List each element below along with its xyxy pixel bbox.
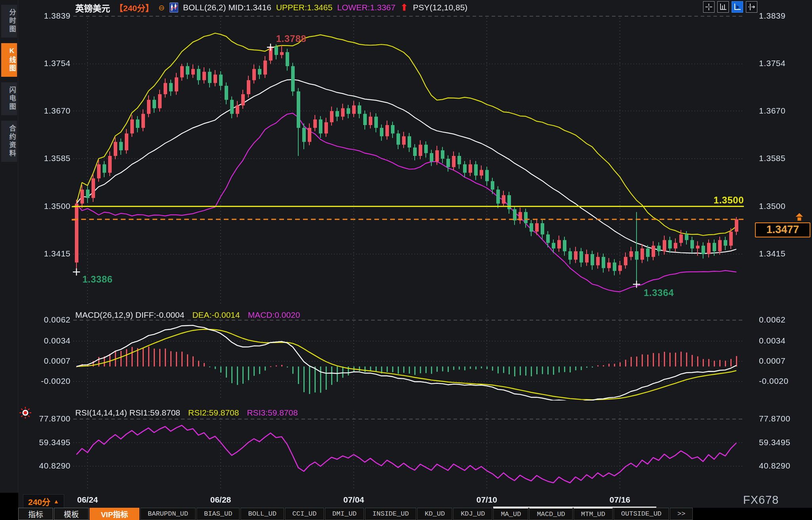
axis-shift-icon[interactable] — [746, 1, 757, 13]
sidebar-item-3[interactable]: 闪电图 — [1, 82, 17, 115]
symbol-name: 英镑美元 — [75, 1, 110, 14]
boll-mid-readout: BOLL(26,2) MID:1.3416 — [183, 3, 271, 12]
price-axis-label-right: 1.3585 — [759, 154, 785, 163]
sidebar-item-4[interactable]: 合约资料 — [1, 121, 17, 162]
candle-chart-icon[interactable] — [170, 2, 178, 13]
macd-diff-readout: MACD(26,12,9) DIFF:-0.0004 — [75, 310, 184, 320]
bottom-tab-bar: 指标模板VIP指标BARUPDN_UDBIAS_UDBOLL_UDCCI_UDD… — [18, 508, 812, 520]
macd-axis-label-right: 0.0034 — [759, 336, 785, 345]
tab-dmi_ud[interactable]: DMI_UD — [325, 508, 364, 520]
tab-boll_ud[interactable]: BOLL_UD — [240, 508, 284, 520]
price-axis-label-left: 1.3670 — [23, 106, 71, 116]
period-label[interactable]: 【240分】 — [115, 2, 154, 13]
price-axis-label-right: 1.3415 — [759, 249, 785, 258]
macd-axis-label-right: -0.0020 — [759, 376, 789, 386]
tab-inside_ud[interactable]: INSIDE_UD — [365, 508, 416, 520]
macd-bar-readout: MACD:0.0020 — [248, 310, 300, 320]
macd-axis-label-right: 0.0062 — [759, 315, 785, 325]
tab-ma_ud[interactable]: MA_UD — [493, 508, 528, 520]
price-axis-label-right: 1.3670 — [759, 106, 785, 116]
price-axis-label-left: 1.3839 — [23, 11, 71, 21]
rsi-axis-label-right: 59.3495 — [759, 438, 790, 447]
chart-toolbar — [703, 1, 757, 13]
tab-outside_ud[interactable]: OUTSIDE_UD — [614, 508, 669, 520]
price-axis-label-left: 1.3585 — [23, 154, 71, 163]
circle-minus-icon[interactable]: ⊖ — [158, 3, 165, 12]
tab-kd_ud[interactable]: KD_UD — [417, 508, 452, 520]
macd-axis-label-left: 0.0062 — [23, 315, 71, 325]
axes-play-icon[interactable] — [732, 1, 743, 13]
tab-mtm_ud[interactable]: MTM_UD — [574, 508, 613, 520]
macd-axis-label-left: 0.0034 — [23, 336, 71, 345]
sidebar: 分时图K线图闪电图合约资料 — [0, 0, 18, 493]
crosshair-move-icon[interactable] — [703, 1, 715, 13]
rsi-axis-label-left: 59.3495 — [23, 438, 71, 447]
tab-cci_ud[interactable]: CCI_UD — [285, 508, 324, 520]
low-price-annotation-right: 1.3364 — [644, 287, 674, 298]
up-arrow-icon: ⬆ — [400, 4, 408, 11]
fx678-chart-app: { "app": { "watermark": "FX678" }, "side… — [0, 0, 812, 520]
rsi-axis-label-right: 40.8290 — [759, 461, 790, 471]
macd-dea-readout: DEA:-0.0014 — [192, 310, 240, 320]
date-label: 06/28 — [210, 495, 231, 505]
sidebar-item-1[interactable]: 分时图 — [1, 5, 17, 38]
chart-canvas[interactable] — [0, 0, 812, 520]
tab-kdj_ud[interactable]: KDJ_UD — [453, 508, 492, 520]
tab-模板[interactable]: 模板 — [54, 508, 89, 520]
date-label: 07/10 — [477, 495, 497, 505]
tab-bias_ud[interactable]: BIAS_UD — [196, 508, 240, 520]
tab-more[interactable]: >> — [670, 508, 693, 520]
price-axis-label-left: 1.3754 — [23, 59, 71, 68]
boll-upper-readout: UPPER:1.3465 — [276, 3, 332, 12]
sidebar-corner — [0, 493, 18, 520]
price-axis-label-right: 1.3500 — [759, 201, 785, 211]
macd-title-row: MACD(26,12,9) DIFF:-0.0004 DEA:-0.0014 M… — [75, 310, 300, 320]
date-label: 06/24 — [77, 495, 98, 505]
period-selector-button[interactable]: 240分 ▲ — [23, 494, 64, 509]
current-price-arrow-icon — [794, 212, 805, 223]
alarm-blink-icon[interactable] — [19, 406, 32, 419]
sidebar-item-2[interactable]: K线图 — [1, 43, 17, 77]
tab-VIP指标[interactable]: VIP指标 — [90, 508, 139, 520]
price-axis-label-right: 1.3839 — [759, 11, 785, 21]
rsi-title-row: RSI(14,14,14) RSI1:59.8708 RSI2:59.8708 … — [75, 408, 298, 418]
rsi-axis-label-left: 40.8290 — [23, 461, 71, 471]
boll-lower-readout: LOWER:1.3367 — [337, 3, 395, 12]
chart-header: 英镑美元 【240分】 ⊖ BOLL(26,2) MID:1.3416 UPPE… — [75, 2, 467, 13]
macd-axis-label-right: 0.0007 — [759, 356, 785, 366]
macd-axis-label-left: -0.0020 — [23, 376, 71, 386]
price-axis-label-left: 1.3500 — [23, 201, 71, 211]
rsi-axis-label-right: 77.8700 — [759, 414, 790, 423]
psy-readout: PSY(12,10,85) — [413, 3, 468, 12]
price-axis-label-right: 1.3754 — [759, 59, 785, 68]
tab-barupdn_ud[interactable]: BARUPDN_UD — [140, 508, 196, 520]
period-selector-label: 240分 — [28, 495, 50, 507]
high-price-annotation: 1.3788 — [276, 33, 306, 44]
tab-指标[interactable]: 指标 — [18, 508, 53, 520]
date-label: 07/04 — [343, 495, 364, 505]
rsi1-readout: RSI(14,14,14) RSI1:59.8708 — [75, 408, 180, 418]
date-label: 07/16 — [610, 495, 631, 505]
tab-macd_ud[interactable]: MACD_UD — [529, 508, 572, 520]
hline-price-label: 1.3500 — [692, 195, 744, 206]
triangle-up-icon: ▲ — [53, 498, 59, 505]
price-axis-label-left: 1.3415 — [23, 249, 71, 258]
current-price-box: 1.3477 — [755, 222, 810, 237]
brand-watermark: FX678 — [743, 493, 779, 507]
axes-bars-icon[interactable] — [717, 1, 729, 13]
low-price-annotation-left: 1.3386 — [82, 274, 112, 285]
rsi2-readout: RSI2:59.8708 — [188, 408, 239, 418]
macd-axis-label-left: 0.0007 — [23, 356, 71, 366]
rsi3-readout: RSI3:59.8708 — [247, 408, 297, 418]
